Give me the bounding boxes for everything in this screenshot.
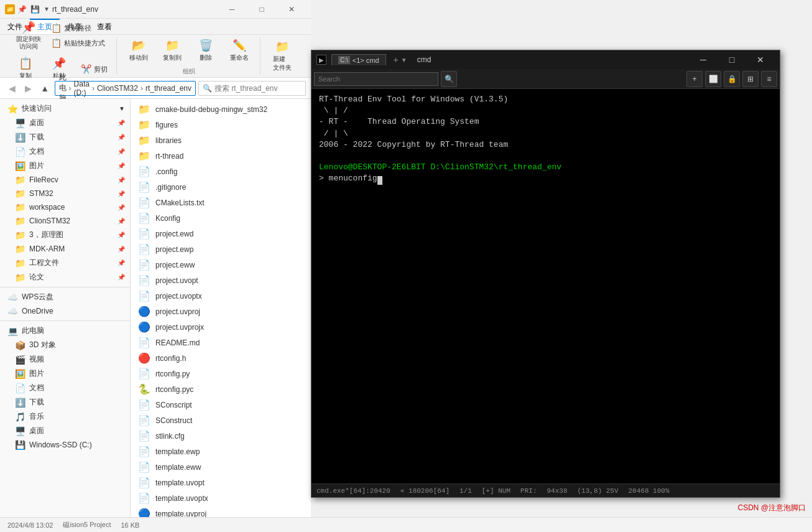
cmd-search-input[interactable]	[314, 72, 438, 86]
new-folder-button[interactable]: 📁 新建文件夹	[267, 37, 298, 75]
list-item[interactable]: 📄 Kconfig	[133, 210, 308, 226]
up-button[interactable]: ▲	[38, 80, 52, 96]
file-icon: 📄	[138, 274, 150, 286]
copy-to-label: 复制到	[163, 54, 182, 62]
list-item[interactable]: 📁 figures	[133, 117, 308, 133]
sidebar-item-downloads[interactable]: ⬇️ 下载 📌	[0, 130, 130, 144]
maximize-button[interactable]: □	[247, 0, 276, 19]
list-item[interactable]: 📄 README.md	[133, 335, 308, 350]
sidebar-item-windows-ssd[interactable]: 💾 Windows-SSD (C:)	[0, 438, 130, 452]
project-icon: 📁	[15, 258, 25, 268]
sidebar-item-video[interactable]: 🎬 视频	[0, 352, 130, 366]
list-item[interactable]: 📄 stlink.cfg	[133, 428, 308, 444]
list-item[interactable]: 📄 .config	[133, 164, 308, 179]
sidebar-item-schematic[interactable]: 📁 3，原理图 📌	[0, 228, 130, 242]
sidebar-item-clionstm32[interactable]: 📁 ClionSTM32 📌	[0, 214, 130, 228]
sidebar-item-3d[interactable]: 📦 3D 对象	[0, 338, 130, 352]
sidebar-item-filerecv[interactable]: 📁 FileRecv 📌	[0, 173, 130, 187]
close-button[interactable]: ✕	[277, 0, 306, 19]
cmd-tab[interactable]: C:\ <1> cmd	[331, 54, 386, 65]
sidebar-item-documents[interactable]: 📄 文档	[0, 381, 130, 395]
copy-path-label: 复制路径	[64, 24, 91, 33]
sidebar-item-wps[interactable]: ☁️ WPS云盘	[0, 290, 130, 304]
sidebar-item-dl[interactable]: ⬇️ 下载	[0, 395, 130, 409]
sidebar-item-quickaccess[interactable]: ⭐ 快速访问 ▼	[0, 101, 130, 116]
paste-shortcut-button[interactable]: 📋 粘贴快捷方式	[47, 36, 109, 50]
new-tab-btn[interactable]: +	[394, 55, 399, 65]
cmd-cursor	[377, 176, 382, 185]
rename-button[interactable]: ✏️ 重命名	[224, 36, 255, 65]
list-item[interactable]: 📁 libraries	[133, 133, 308, 148]
cmd-grid-btn[interactable]: ⊞	[742, 71, 759, 87]
sidebar-item-onedrive[interactable]: ☁️ OneDrive	[0, 304, 130, 318]
address-path[interactable]: 此电脑 › Data (D:) › ClionSTM32 › rt_thread…	[55, 81, 196, 96]
search-input[interactable]	[215, 84, 302, 93]
cut-button[interactable]: ✂️ 剪切	[77, 62, 111, 76]
list-item[interactable]: 📄 project.ewd	[133, 226, 308, 241]
sidebar-item-docs[interactable]: 📄 文档 📌	[0, 144, 130, 159]
cmd-window[interactable]: ▶ C:\ <1> cmd + ▼ cmd ─ □ ✕ 🔍 + ⬜ 🔒 ⊞ ≡ …	[311, 50, 780, 498]
list-item[interactable]: 🔵 template.uvproj	[133, 506, 308, 517]
readme-icon: 📄	[138, 337, 150, 348]
search-box[interactable]: 🔍	[198, 81, 306, 96]
list-item[interactable]: 🔵 project.uvprojx	[133, 319, 308, 335]
file-icon: 📄	[138, 290, 150, 302]
forward-button[interactable]: ▶	[22, 80, 36, 96]
list-item[interactable]: 📄 template.eww	[133, 459, 308, 475]
pics-icon: 🖼️	[15, 369, 25, 379]
cmd-more-btn[interactable]: 🔒	[724, 71, 740, 87]
list-item[interactable]: 📁 cmake-build-debug-mingw_stm32	[133, 101, 308, 117]
cmd-search-btn[interactable]: 🔍	[441, 71, 457, 87]
list-item[interactable]: 📄 project.uvopt	[133, 273, 308, 288]
list-item[interactable]: 📄 .gitignore	[133, 179, 308, 195]
title-bar-dropdown[interactable]: ▼	[44, 6, 50, 12]
cmd-minimize-btn[interactable]: ─	[689, 50, 717, 69]
list-item[interactable]: 🔵 project.uvproj	[133, 304, 308, 319]
sidebar-item-pictures[interactable]: 🖼️ 图片 📌	[0, 159, 130, 173]
sidebar-item-thispc[interactable]: 💻 此电脑	[0, 324, 130, 338]
list-item[interactable]: 📄 project.eww	[133, 257, 308, 273]
list-item[interactable]: 📄 template.ewp	[133, 444, 308, 459]
list-item[interactable]: 📄 SConstruct	[133, 413, 308, 428]
sidebar-item-workspace[interactable]: 📁 workspace 📌	[0, 200, 130, 214]
list-item[interactable]: 📄 SConscript	[133, 397, 308, 413]
cmd-close-btn[interactable]: ✕	[746, 50, 775, 69]
sidebar-item-desktop[interactable]: 🖥️ 桌面 📌	[0, 116, 130, 130]
cmd-maximize-btn[interactable]: □	[717, 50, 746, 69]
move-icon: 📂	[132, 39, 145, 52]
list-item[interactable]: 📄 rtconfig.py	[133, 366, 308, 381]
sidebar-item-mdk[interactable]: 📁 MDK-ARM 📌	[0, 242, 130, 256]
list-item[interactable]: 📄 project.ewp	[133, 241, 308, 257]
list-item[interactable]: 📁 rt-thread	[133, 148, 308, 164]
sidebar-item-pics[interactable]: 🖼️ 图片	[0, 366, 130, 381]
list-item[interactable]: 📄 template.uvopt	[133, 475, 308, 490]
cmd-settings-btn[interactable]: +	[686, 71, 703, 87]
minimize-button[interactable]: ─	[218, 0, 246, 19]
title-bar-icon2: 💾	[30, 5, 40, 14]
pin-to-quick-access-button[interactable]: 📌 固定到快访问间	[12, 18, 45, 53]
delete-button[interactable]: 🗑️ 删除	[190, 36, 221, 65]
list-item[interactable]: 📄 project.uvoptx	[133, 288, 308, 304]
cmd-status-size: 94x38	[547, 487, 567, 495]
copy-to-button[interactable]: 📁 复制到	[157, 36, 188, 65]
cmd-menu-btn[interactable]: ≡	[761, 71, 777, 87]
pin-badge12: 📌	[118, 274, 125, 281]
sconscript-icon: 📄	[138, 399, 150, 411]
sidebar-item-thesis[interactable]: 📁 论文 📌	[0, 270, 130, 284]
paste-icon: 📌	[52, 57, 66, 70]
list-item[interactable]: 🐍 rtconfig.pyc	[133, 381, 308, 397]
list-item[interactable]: 📄 CMakeLists.txt	[133, 195, 308, 210]
sidebar-item-project[interactable]: 📁 工程文件 📌	[0, 256, 130, 270]
dropdown-btn[interactable]: ▼	[401, 57, 407, 63]
file-name: cmake-build-debug-mingw_stm32	[155, 105, 303, 114]
cmd-split-btn[interactable]: ⬜	[705, 71, 721, 87]
back-button[interactable]: ◀	[5, 80, 19, 96]
cmd-title-text: cmd	[417, 55, 684, 64]
sidebar-item-desk[interactable]: 🖥️ 桌面	[0, 424, 130, 438]
sidebar-item-stm32[interactable]: 📁 STM32 📌	[0, 187, 130, 200]
list-item[interactable]: 📄 template.uvoptx	[133, 490, 308, 506]
copy-path-button[interactable]: 📋 复制路径	[47, 21, 109, 35]
list-item[interactable]: 🔴 rtconfig.h	[133, 350, 308, 366]
move-to-button[interactable]: 📂 移动到	[123, 36, 154, 65]
sidebar-item-music[interactable]: 🎵 音乐	[0, 409, 130, 424]
